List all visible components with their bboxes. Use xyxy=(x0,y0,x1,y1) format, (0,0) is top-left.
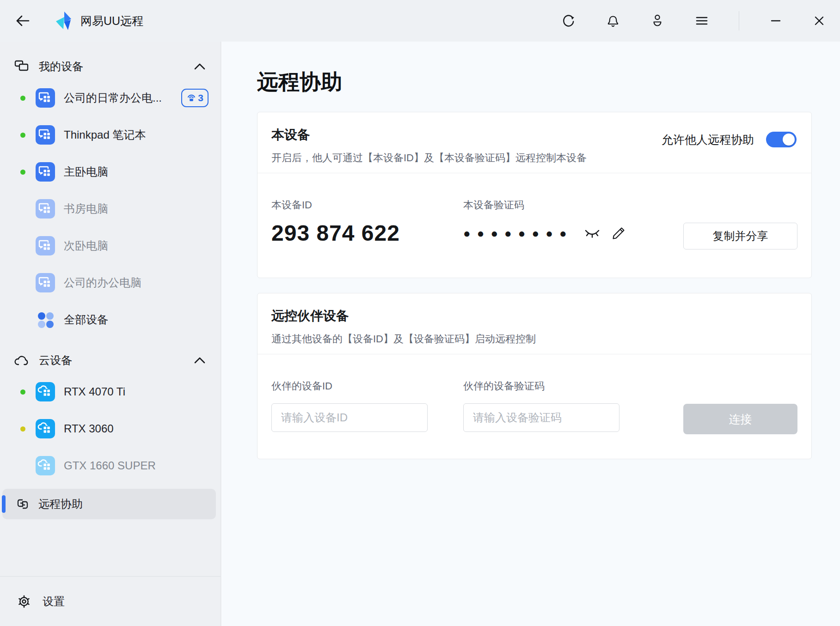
badge-count: 3 xyxy=(198,92,203,103)
remote-assist-label: 远程协助 xyxy=(38,497,83,511)
titlebar-actions xyxy=(561,11,826,30)
partner-card-body: 伙伴的设备ID 伙伴的设备验证码 连接 xyxy=(258,354,811,432)
partner-card-title: 远控伙伴设备 xyxy=(271,307,797,325)
sidebar-item-device[interactable]: 公司的办公电脑 xyxy=(0,264,221,301)
show-code-eye-icon[interactable] xyxy=(583,226,601,240)
partner-device-card: 远控伙伴设备 通过其他设备的【设备ID】及【设备验证码】启动远程控制 伙伴的设备… xyxy=(257,293,812,459)
pc-device-icon xyxy=(36,199,55,219)
pc-device-icon xyxy=(36,236,55,255)
pc-device-icon xyxy=(36,162,55,182)
device-name: Thinkpad 笔记本 xyxy=(64,128,146,142)
partner-id-input[interactable] xyxy=(271,403,428,432)
device-name: 全部设备 xyxy=(64,312,108,327)
device-name: 书房电脑 xyxy=(64,201,108,216)
titlebar: 网易UU远程 xyxy=(0,0,840,42)
online-status-dot xyxy=(20,96,25,101)
settings-label: 设置 xyxy=(43,594,65,609)
sidebar-item-cloud-device[interactable]: GTX 1660 SUPER xyxy=(0,447,221,484)
toggle-knob xyxy=(783,134,795,146)
account-icon[interactable] xyxy=(650,13,665,28)
allow-remote-toggle-label: 允许他人远程协助 xyxy=(662,132,754,147)
cloud-device-icon xyxy=(36,456,55,475)
sidebar-item-device[interactable]: 主卧电脑 xyxy=(0,153,221,190)
offline-status-dot xyxy=(20,207,25,212)
sidebar: 我的设备 公司的日常办公电... 3 Thinkpad 笔记本 主卧电脑 xyxy=(0,42,221,626)
status-dot-spacer xyxy=(20,317,25,322)
sidebar-item-all-devices[interactable]: 全部设备 xyxy=(0,301,221,338)
chevron-up-icon[interactable] xyxy=(194,357,206,364)
device-name: 主卧电脑 xyxy=(64,164,108,179)
remote-assist-icon xyxy=(16,498,29,510)
cast-icon xyxy=(186,93,196,103)
my-devices-header-label: 我的设备 xyxy=(39,59,83,74)
offline-status-dot xyxy=(20,463,25,468)
app-logo-icon xyxy=(55,11,73,30)
cloud-device-icon xyxy=(36,419,55,438)
local-device-card-body: 本设备ID 293 874 622 本设备验证码 ●●●●●●●● 复制并分享 xyxy=(258,173,811,246)
online-status-dot xyxy=(20,133,25,138)
online-status-dot xyxy=(20,170,25,175)
all-devices-icon xyxy=(36,310,55,329)
cloud-devices-header-label: 云设备 xyxy=(39,353,72,368)
sidebar-item-device[interactable]: 次卧电脑 xyxy=(0,227,221,264)
busy-status-dot xyxy=(20,426,25,432)
device-name: 公司的办公电脑 xyxy=(64,275,141,290)
app-title: 网易UU远程 xyxy=(80,13,143,29)
sidebar-item-device[interactable]: 公司的日常办公电... 3 xyxy=(0,79,221,116)
device-id-value: 293 874 622 xyxy=(271,220,463,246)
sidebar-item-cloud-device[interactable]: RTX 3060 xyxy=(0,410,221,447)
main-content: 远程协助 本设备 开启后，他人可通过【本设备ID】及【本设备验证码】远程控制本设… xyxy=(221,42,840,626)
sidebar-item-remote-assist[interactable]: 远程协助 xyxy=(2,489,216,519)
partner-code-label: 伙伴的设备验证码 xyxy=(463,379,619,393)
titlebar-divider xyxy=(739,11,739,30)
local-device-subtitle: 开启后，他人可通过【本设备ID】及【本设备验证码】远程控制本设备 xyxy=(271,151,797,165)
sidebar-item-device[interactable]: Thinkpad 笔记本 xyxy=(0,116,221,153)
pc-device-icon xyxy=(36,125,55,145)
partner-card-header: 远控伙伴设备 通过其他设备的【设备ID】及【设备验证码】启动远程控制 xyxy=(258,293,811,354)
connect-button[interactable]: 连接 xyxy=(683,404,797,434)
menu-icon[interactable] xyxy=(694,13,709,28)
cloud-device-icon xyxy=(36,382,55,401)
refresh-icon[interactable] xyxy=(561,13,576,28)
sidebar-section-cloud-devices[interactable]: 云设备 xyxy=(0,347,221,373)
local-device-card-header: 本设备 开启后，他人可通过【本设备ID】及【本设备验证码】远程控制本设备 允许他… xyxy=(258,112,811,173)
back-button[interactable] xyxy=(14,12,31,30)
device-id-label: 本设备ID xyxy=(271,198,463,212)
minimize-button[interactable] xyxy=(769,14,783,28)
offline-status-dot xyxy=(20,243,25,249)
device-name: 次卧电脑 xyxy=(64,238,108,253)
sidebar-item-device[interactable]: 书房电脑 xyxy=(0,190,221,227)
pc-device-icon xyxy=(36,88,55,108)
local-device-card: 本设备 开启后，他人可通过【本设备ID】及【本设备验证码】远程控制本设备 允许他… xyxy=(257,112,812,278)
verify-code-label: 本设备验证码 xyxy=(463,198,626,212)
device-name: RTX 4070 Ti xyxy=(64,385,125,398)
pc-device-icon xyxy=(36,273,55,292)
device-name: GTX 1660 SUPER xyxy=(64,459,156,472)
sidebar-item-settings[interactable]: 设置 xyxy=(0,576,221,626)
partner-card-subtitle: 通过其他设备的【设备ID】及【设备验证码】启动远程控制 xyxy=(271,332,797,346)
partner-code-input[interactable] xyxy=(463,403,619,432)
notifications-icon[interactable] xyxy=(606,13,620,28)
page-title: 远程协助 xyxy=(257,67,811,96)
sidebar-item-cloud-device[interactable]: RTX 4070 Ti xyxy=(0,373,221,410)
copy-share-button[interactable]: 复制并分享 xyxy=(683,223,797,249)
connection-count-badge: 3 xyxy=(181,89,208,107)
gear-icon xyxy=(17,594,31,609)
offline-status-dot xyxy=(20,280,25,286)
my-devices-icon xyxy=(14,60,30,73)
allow-remote-toggle[interactable] xyxy=(766,132,797,147)
device-name: 公司的日常办公电... xyxy=(64,91,162,105)
sidebar-section-my-devices[interactable]: 我的设备 xyxy=(0,54,221,79)
device-name: RTX 3060 xyxy=(64,422,114,435)
cloud-icon xyxy=(14,354,30,367)
verify-code-masked: ●●●●●●●● xyxy=(463,226,573,240)
partner-id-label: 伙伴的设备ID xyxy=(271,379,463,393)
edit-code-pencil-icon[interactable] xyxy=(611,226,626,241)
close-button[interactable] xyxy=(812,14,826,28)
online-status-dot xyxy=(20,389,25,395)
chevron-up-icon[interactable] xyxy=(194,63,206,70)
